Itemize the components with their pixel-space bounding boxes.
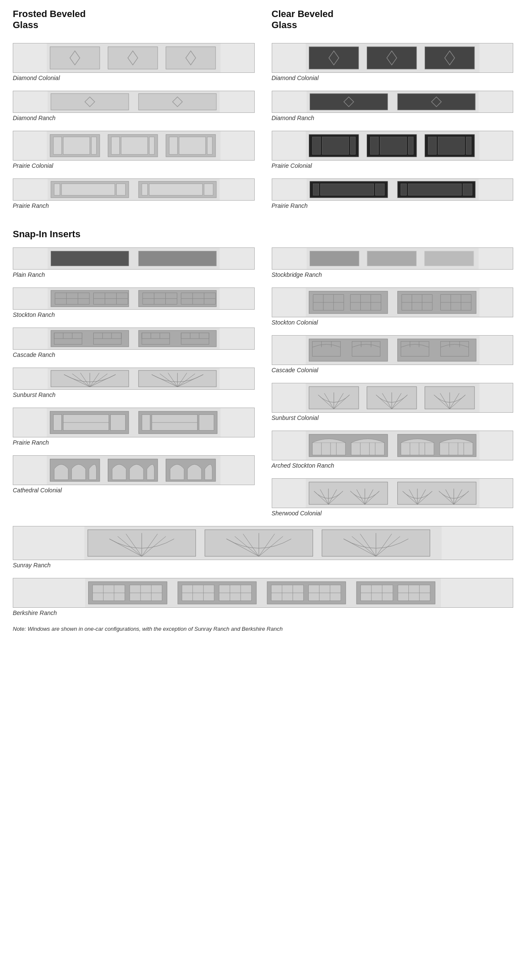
svg-rect-63	[375, 184, 384, 195]
window-image	[13, 408, 255, 437]
svg-rect-70	[138, 251, 216, 266]
window-label: Stockton Ranch	[13, 311, 255, 318]
svg-rect-44	[397, 94, 475, 110]
snap-window-item: Sunburst Colonial	[272, 383, 514, 421]
svg-rect-214	[397, 482, 476, 504]
svg-rect-62	[320, 184, 374, 195]
snap-window-item: Arched Stockton Ranch	[272, 431, 514, 469]
svg-rect-31	[142, 184, 147, 195]
window-label: Arched Stockton Ranch	[272, 462, 514, 469]
window-image	[13, 455, 255, 485]
svg-rect-16	[92, 137, 97, 154]
window-label: Stockton Colonial	[272, 319, 514, 326]
window-label: Sunray Ranch	[13, 562, 513, 569]
snap-window-item: Stockbridge Ranch	[272, 247, 514, 278]
window-label: Diamond Ranch	[13, 115, 255, 121]
window-image	[272, 43, 514, 73]
window-label: Prairie Ranch	[272, 202, 514, 209]
clear-window-item: Diamond Ranch	[272, 91, 514, 121]
window-image	[13, 578, 513, 608]
svg-rect-37	[367, 47, 417, 69]
window-label: Cascade Ranch	[13, 351, 255, 358]
window-label: Prairie Ranch	[13, 439, 255, 446]
window-label: Prairie Ranch	[13, 202, 255, 209]
svg-rect-65	[400, 184, 406, 195]
svg-rect-8	[51, 94, 129, 110]
svg-rect-58	[466, 137, 471, 154]
svg-rect-15	[63, 137, 90, 154]
svg-rect-19	[121, 137, 148, 154]
window-image	[272, 178, 514, 201]
window-image	[13, 131, 255, 161]
window-label: Diamond Colonial	[272, 75, 514, 81]
window-label: Sherwood Colonial	[272, 510, 514, 517]
svg-rect-3	[108, 47, 158, 69]
svg-rect-61	[313, 184, 319, 195]
window-image	[13, 178, 255, 201]
window-image	[272, 335, 514, 365]
svg-rect-1	[50, 47, 100, 69]
svg-rect-14	[53, 137, 61, 154]
snap-window-item: Cascade Colonial	[272, 335, 514, 374]
window-label: Berkshire Ranch	[13, 609, 513, 616]
svg-rect-22	[169, 137, 177, 154]
window-label: Plain Ranch	[13, 271, 255, 278]
window-image	[13, 91, 255, 113]
svg-rect-33	[204, 184, 213, 195]
svg-rect-27	[54, 184, 60, 195]
clear-window-item: Prairie Colonial	[272, 131, 514, 169]
svg-rect-18	[111, 137, 119, 154]
snap-window-item: Plain Ranch	[13, 247, 255, 278]
svg-rect-175	[309, 339, 388, 361]
window-label: Sunburst Ranch	[13, 391, 255, 398]
frosted-window-item: Diamond Colonial	[13, 43, 255, 81]
window-image	[272, 431, 514, 460]
svg-rect-10	[138, 94, 216, 110]
svg-rect-49	[322, 137, 348, 154]
svg-rect-20	[149, 137, 155, 154]
svg-rect-50	[350, 137, 355, 154]
window-label: Cathedral Colonial	[13, 487, 255, 494]
snap-window-item: Cathedral Colonial	[13, 455, 255, 494]
window-label: Prairie Colonial	[272, 162, 514, 169]
window-image	[13, 526, 513, 560]
window-image	[13, 368, 255, 390]
svg-rect-208	[440, 443, 473, 455]
svg-rect-56	[428, 137, 436, 154]
svg-rect-141	[367, 251, 416, 266]
frosted-header: Frosted Beveled Glass	[13, 9, 255, 31]
window-image	[13, 43, 255, 73]
clear-header: Clear Beveled Glass	[272, 9, 514, 31]
window-image	[272, 383, 514, 413]
window-label: Diamond Ranch	[272, 115, 514, 121]
svg-rect-5	[166, 47, 216, 69]
window-label: Stockbridge Ranch	[272, 271, 514, 278]
svg-rect-182	[397, 339, 476, 361]
svg-rect-48	[312, 137, 320, 154]
svg-rect-57	[438, 137, 464, 154]
snap-in-header: Snap-In Inserts	[13, 229, 513, 240]
svg-rect-213	[309, 482, 388, 504]
snap-window-item: Prairie Ranch	[13, 408, 255, 446]
note-text: Note: Windows are shown in one-car confi…	[13, 626, 513, 632]
window-image	[272, 478, 514, 508]
snap-window-item: Sherwood Colonial	[272, 478, 514, 517]
svg-rect-142	[424, 251, 473, 266]
snap-window-item: Cascade Ranch	[13, 328, 255, 358]
svg-rect-42	[310, 94, 388, 110]
snap-window-item: Stockton Colonial	[272, 287, 514, 326]
svg-rect-195	[312, 443, 345, 455]
svg-rect-66	[408, 184, 461, 195]
svg-rect-32	[149, 184, 202, 195]
svg-rect-199	[351, 443, 384, 455]
window-image	[272, 247, 514, 270]
svg-rect-52	[370, 137, 378, 154]
svg-rect-39	[425, 47, 474, 69]
window-image	[13, 247, 255, 270]
clear-window-item: Prairie Ranch	[272, 178, 514, 209]
frosted-window-item: Diamond Ranch	[13, 91, 255, 121]
clear-window-item: Diamond Colonial	[272, 43, 514, 81]
svg-rect-35	[309, 47, 359, 69]
snap-window-item: Stockton Ranch	[13, 287, 255, 318]
svg-rect-204	[401, 443, 434, 455]
